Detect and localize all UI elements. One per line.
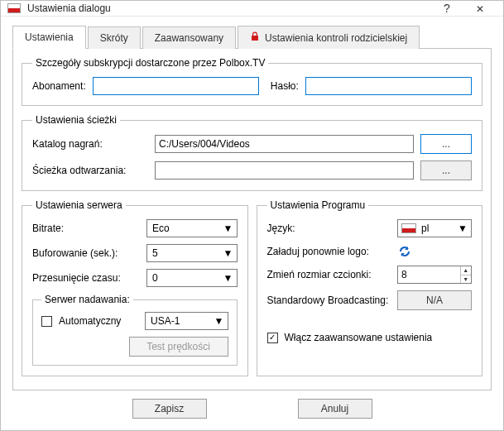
auto-label: Automatyczny (59, 315, 138, 327)
speed-test-button[interactable]: Test prędkości (129, 337, 228, 357)
timeshift-label: Przesunięcie czasu: (32, 272, 140, 284)
playpath-label: Ścieżka odtwarzania: (32, 165, 148, 176)
close-icon: ✕ (476, 3, 484, 15)
language-label: Język: (267, 223, 391, 234)
group-server: Ustawienia serwera Bitrate: Eco ▼ Buforo… (22, 199, 248, 376)
group-legend: Szczegóły subskrypcji dostarczone przez … (32, 57, 268, 69)
chevron-down-icon: ▼ (458, 223, 468, 234)
dialog-footer: Zapisz Anuluj (12, 390, 492, 430)
abonament-input[interactable] (93, 77, 259, 95)
advanced-checkbox[interactable] (267, 333, 278, 343)
save-button[interactable]: Zapisz (132, 399, 207, 419)
bitrate-label: Bitrate: (32, 223, 140, 234)
broadcast-server-select[interactable]: USA-1 ▼ (145, 312, 228, 330)
timeshift-value: 0 (152, 272, 158, 284)
tab-shortcuts[interactable]: Skróty (88, 26, 141, 49)
tab-label: Zaawansowany (155, 32, 223, 44)
advanced-label: Włącz zaawansowane ustawienia (285, 332, 433, 343)
bitrate-value: Eco (152, 223, 170, 234)
playpath-browse-button[interactable]: ... (420, 160, 472, 180)
haslo-label: Hasło: (271, 80, 299, 92)
cancel-button[interactable]: Anuluj (298, 399, 372, 419)
group-broadcast-server: Serwer nadawania: Automatyczny USA-1 ▼ T… (32, 294, 238, 366)
chevron-down-icon: ▼ (461, 275, 471, 284)
chevron-down-icon: ▼ (223, 223, 233, 234)
lock-icon (250, 31, 260, 44)
group-legend: Serwer nadawania: (41, 294, 133, 305)
help-button[interactable]: ? (430, 2, 463, 15)
buffer-value: 5 (152, 247, 158, 259)
language-value: pl (421, 223, 429, 234)
broadcast-server-value: USA-1 (151, 315, 180, 327)
stdbroadcast-button[interactable]: N/A (397, 290, 472, 310)
tab-settings[interactable]: Ustawienia (12, 26, 86, 49)
recdir-input[interactable] (155, 135, 414, 153)
fontsize-label: Zmień rozmiar czcionki: (267, 269, 391, 280)
group-program: Ustawienia Programu Język: pl ▼ Załaduj … (257, 199, 483, 376)
language-select[interactable]: pl ▼ (397, 219, 472, 237)
timeshift-select[interactable]: 0 ▼ (146, 269, 238, 287)
chevron-down-icon: ▼ (223, 247, 233, 259)
tab-bar: Ustawienia Skróty Zaawansowany Ustawieni… (12, 25, 492, 49)
chevron-down-icon: ▼ (214, 315, 224, 327)
flag-pl-icon (401, 223, 416, 233)
tab-parental[interactable]: Ustawienia kontroli rodzicielskiej (238, 26, 420, 49)
tab-advanced[interactable]: Zaawansowany (142, 26, 236, 49)
window-title: Ustawienia dialogu (27, 2, 430, 14)
tab-label: Ustawienia (25, 31, 74, 43)
haslo-input[interactable] (305, 77, 472, 95)
buffer-label: Buforowanie (sek.): (32, 247, 140, 259)
app-icon (7, 3, 21, 13)
refresh-icon (397, 244, 412, 259)
fontsize-spinner[interactable]: ▲ ▼ (397, 266, 472, 284)
stdbroadcast-label: Standardowy Broadcasting: (267, 295, 391, 306)
auto-checkbox[interactable] (41, 316, 52, 327)
reload-logo-button[interactable] (397, 244, 472, 259)
group-path: Ustawienia ścieżki Katalog nagrań: ... Ś… (22, 114, 482, 191)
chevron-down-icon: ▼ (223, 272, 233, 284)
chevron-up-icon: ▲ (461, 266, 471, 275)
spinner-arrows[interactable]: ▲ ▼ (460, 266, 471, 283)
group-legend: Ustawienia ścieżki (32, 114, 120, 126)
close-button[interactable]: ✕ (463, 2, 497, 15)
buffer-select[interactable]: 5 ▼ (146, 244, 238, 262)
group-legend: Ustawienia Programu (267, 199, 369, 211)
group-subscription: Szczegóły subskrypcji dostarczone przez … (22, 57, 482, 106)
fontsize-input[interactable] (398, 266, 460, 283)
abonament-label: Abonament: (32, 80, 86, 92)
playpath-input[interactable] (155, 161, 414, 180)
tab-label: Ustawienia kontroli rodzicielskiej (265, 32, 407, 44)
tab-label: Skróty (100, 32, 128, 44)
dialog-window: Ustawienia dialogu ? ✕ Ustawienia Skróty… (0, 0, 504, 431)
titlebar: Ustawienia dialogu ? ✕ (1, 1, 503, 17)
reload-logo-label: Załaduj ponownie logo: (267, 246, 391, 257)
recdir-browse-button[interactable]: ... (420, 134, 472, 154)
recdir-label: Katalog nagrań: (32, 138, 148, 150)
bitrate-select[interactable]: Eco ▼ (146, 219, 238, 237)
group-legend: Ustawienia serwera (32, 199, 126, 211)
